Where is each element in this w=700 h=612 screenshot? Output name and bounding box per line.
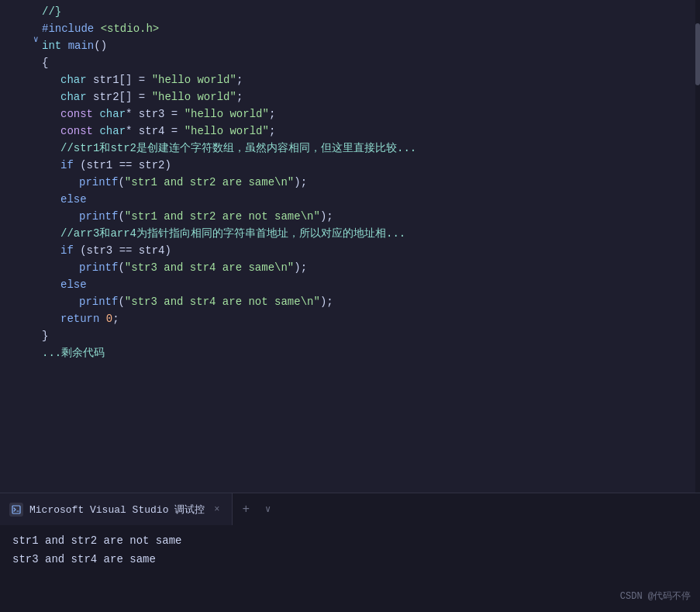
code-line: printf ( "str1 and str2 are not same\n" …	[42, 208, 700, 225]
terminal-add-button[interactable]: +	[233, 503, 259, 517]
code-line: const char * str4 = "hello world" ;	[42, 123, 700, 140]
code-line: const char * str3 = "hello world" ;	[42, 105, 700, 123]
code-line: //str1和str2是创建连个字符数组，虽然内容相同，但这里直接比较...	[42, 140, 700, 157]
terminal-tab[interactable]: Microsoft Visual Studio 调试控 ×	[0, 493, 233, 526]
output-text-1: str1 and str2 are not same	[12, 531, 181, 550]
svg-rect-0	[12, 506, 20, 513]
code-line: else	[42, 276, 700, 293]
terminal-output-line-1: str1 and str2 are not same	[12, 531, 688, 550]
editor-area: ∨ //} #include <stdio.h> int main ()	[0, 0, 700, 493]
terminal-chevron-button[interactable]: ∨	[259, 503, 277, 515]
watermark-text: CSDN @代码不停	[620, 591, 691, 602]
code-line: printf ( "str3 and str4 are not same\n" …	[42, 293, 700, 310]
code-line: }	[42, 327, 700, 344]
code-line: printf ( "str1 and str2 are same\n" );	[42, 174, 700, 191]
code-line: if (str1 == str2)	[42, 157, 700, 174]
terminal-output: str1 and str2 are not same str3 and str4…	[0, 525, 700, 612]
code-line: //}	[42, 3, 700, 20]
collapse-arrow[interactable]: ∨	[33, 34, 39, 44]
code-line: else	[42, 191, 700, 208]
scrollbar-thumb[interactable]	[695, 23, 700, 85]
code-line: printf ( "str3 and str4 are same\n" );	[42, 259, 700, 276]
code-line: if (str3 == str4)	[42, 242, 700, 259]
code-line: {	[42, 54, 700, 71]
code-line: char str2[] = "hello world" ;	[42, 88, 700, 105]
code-line: return 0 ;	[42, 310, 700, 327]
line-number-gutter	[0, 0, 33, 493]
code-line: //arr3和arr4为指针指向相同的字符串首地址，所以对应的地址相...	[42, 225, 700, 242]
code-line: #include <stdio.h>	[42, 20, 700, 37]
code-line: ...剩余代码	[42, 344, 700, 361]
terminal-tab-label: Microsoft Visual Studio 调试控	[29, 503, 205, 517]
watermark: CSDN @代码不停	[620, 587, 691, 606]
code-line: int main ()	[42, 37, 700, 54]
scrollbar[interactable]	[695, 0, 700, 493]
code-line: char str1[] = "hello world" ;	[42, 71, 700, 88]
code-content: //} #include <stdio.h> int main () {	[33, 0, 700, 493]
terminal-tabs: Microsoft Visual Studio 调试控 × + ∨	[0, 493, 700, 525]
terminal-close-button[interactable]: ×	[211, 503, 222, 517]
terminal-output-line-2: str3 and str4 are same	[12, 550, 688, 569]
terminal-icon	[9, 503, 23, 517]
output-text-2: str3 and str4 are same	[12, 550, 156, 569]
